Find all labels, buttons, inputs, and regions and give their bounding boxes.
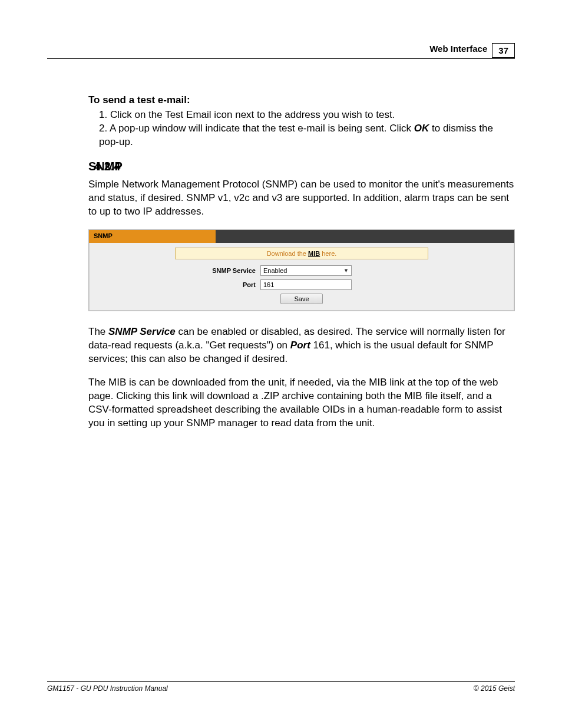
snmp-service-label: SNMP Service (95, 267, 260, 274)
snmp-service-paragraph: The SNMP Service can be enabled or disab… (88, 325, 515, 366)
port-row: Port 161 (95, 279, 508, 290)
port-label: Port (95, 281, 260, 288)
email-heading: To send a test e-mail: (88, 94, 515, 106)
page-number: 37 (492, 43, 515, 58)
chevron-down-icon: ▼ (343, 268, 349, 274)
snmp-titlebar: SNMP (89, 230, 514, 243)
email-steps: 1. Click on the Test Email icon next to … (88, 108, 515, 149)
intro-paragraph: Simple Network Management Protocol (SNMP… (88, 178, 515, 219)
header-section: Web Interface (429, 44, 487, 54)
mib-link[interactable]: MIB (308, 250, 320, 257)
download-mib-bar[interactable]: Download the MIB here. (175, 248, 428, 259)
footer-left: GM1157 - GU PDU Instruction Manual (47, 684, 168, 693)
snmp-service-row: SNMP Service Enabled ▼ (95, 265, 508, 276)
save-button[interactable]: Save (280, 294, 322, 304)
email-step-2: 2. A pop-up window will indicate that th… (99, 122, 515, 149)
section-number: 4.2.4 (94, 160, 120, 173)
footer-right: © 2015 Geist (474, 684, 515, 693)
snmp-config-panel: SNMP Download the MIB here. SNMP Service… (88, 229, 515, 311)
page-footer: GM1157 - GU PDU Instruction Manual © 201… (47, 681, 515, 693)
titlebar-spacer (216, 230, 514, 243)
email-step-1: 1. Click on the Test Email icon next to … (99, 108, 515, 122)
snmp-body: Download the MIB here. SNMP Service Enab… (89, 243, 514, 311)
page-header: Web Interface 37 (47, 41, 515, 59)
snmp-tab: SNMP (89, 230, 216, 243)
port-input[interactable]: 161 (260, 279, 352, 290)
snmp-service-select[interactable]: Enabled ▼ (260, 265, 352, 276)
mib-paragraph: The MIB is can be downloaded from the un… (88, 376, 515, 430)
